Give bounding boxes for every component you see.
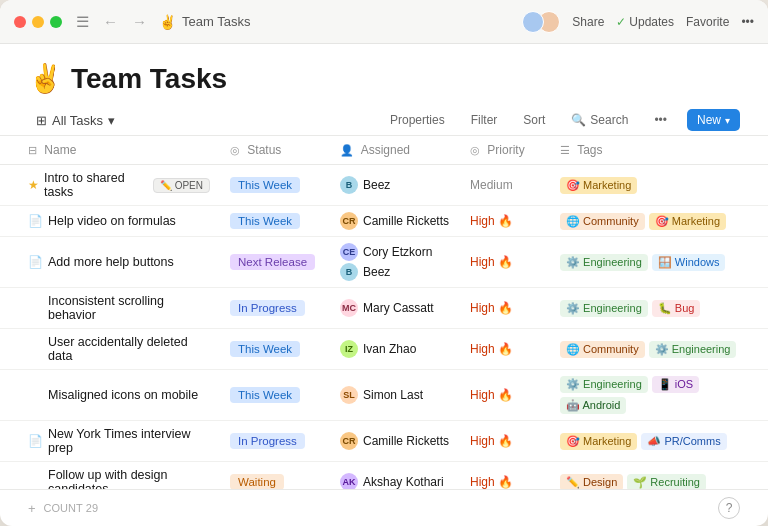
more-options-button[interactable]: ••• xyxy=(648,110,673,130)
view-label: All Tasks xyxy=(52,113,103,128)
menu-icon[interactable]: ☰ xyxy=(76,13,89,31)
tag-pill[interactable]: 🌐 Community xyxy=(560,213,645,230)
tag-pill[interactable]: 📣 PR/Comms xyxy=(641,433,726,450)
minimize-button[interactable] xyxy=(32,16,44,28)
page-title-text: Team Tasks xyxy=(71,63,227,95)
task-assigned: MC Mary Cassatt xyxy=(330,288,460,329)
task-table: ⊟ Name ◎ Status 👤 Assigned ◎ xyxy=(0,136,768,489)
table-row[interactable]: 📄 Add more help buttons Next Release CE … xyxy=(0,237,768,288)
new-button[interactable]: New ▾ xyxy=(687,109,740,131)
table-row[interactable]: 📄 Follow up with design candidates Waiti… xyxy=(0,462,768,490)
table-row[interactable]: ★ Intro to shared tasks ✏️ OPEN This Wee… xyxy=(0,165,768,206)
new-label: New xyxy=(697,113,721,127)
back-button[interactable]: ← xyxy=(99,11,122,32)
assigned-cell-2: B Beez xyxy=(340,263,450,281)
task-name-cell: 📄 Follow up with design candidates xyxy=(28,468,210,489)
task-status: This Week xyxy=(220,165,330,206)
task-priority: Medium xyxy=(460,165,550,206)
avatar: B xyxy=(340,176,358,194)
tags-cell: ⚙️ Engineering📱 iOS🤖 Android xyxy=(560,376,758,414)
filter-button[interactable]: Filter xyxy=(465,110,504,130)
tag-pill[interactable]: 🪟 Windows xyxy=(652,254,726,271)
task-status: In Progress xyxy=(220,288,330,329)
table-row[interactable]: 📄 Help video on formulas This Week CR Ca… xyxy=(0,206,768,237)
status-badge[interactable]: This Week xyxy=(230,387,300,403)
priority-col-icon: ◎ xyxy=(470,144,480,156)
favorite-button[interactable]: Favorite xyxy=(686,15,729,29)
status-badge[interactable]: Next Release xyxy=(230,254,315,270)
tag-pill[interactable]: 🐛 Bug xyxy=(652,300,701,317)
tag-pill[interactable]: 🎯 Marketing xyxy=(560,433,637,450)
table-row[interactable]: 📄 New York Times interview prep In Progr… xyxy=(0,421,768,462)
col-header-name: ⊟ Name xyxy=(0,136,220,165)
open-badge: ✏️ OPEN xyxy=(153,178,210,193)
col-header-assigned: 👤 Assigned xyxy=(330,136,460,165)
task-name-text: Intro to shared tasks xyxy=(44,171,146,199)
tag-pill[interactable]: ✏️ Design xyxy=(560,474,623,490)
count-value: 29 xyxy=(86,502,98,514)
sort-button[interactable]: Sort xyxy=(517,110,551,130)
status-badge[interactable]: This Week xyxy=(230,177,300,193)
tag-pill[interactable]: ⚙️ Engineering xyxy=(560,254,648,271)
status-badge[interactable]: In Progress xyxy=(230,433,305,449)
table-row[interactable]: 📄 User accidentally deleted data This We… xyxy=(0,329,768,370)
maximize-button[interactable] xyxy=(50,16,62,28)
updates-label: Updates xyxy=(629,15,674,29)
tag-pill[interactable]: ⚙️ Engineering xyxy=(560,300,648,317)
properties-button[interactable]: Properties xyxy=(384,110,451,130)
task-priority: High 🔥 xyxy=(460,462,550,490)
priority-badge: High 🔥 xyxy=(470,214,513,228)
task-name-text: Help video on formulas xyxy=(48,214,176,228)
page-content: ✌️ Team Tasks ⊞ All Tasks ▾ Properties F… xyxy=(0,44,768,526)
status-badge[interactable]: Waiting xyxy=(230,474,284,489)
table-row[interactable]: 📄 Inconsistent scrolling behavior In Pro… xyxy=(0,288,768,329)
titlebar: ☰ ← → ✌️ Team Tasks Share ✓ Updates Favo… xyxy=(0,0,768,44)
help-button[interactable]: ? xyxy=(718,497,740,519)
assigned-cell: MC Mary Cassatt xyxy=(340,299,450,317)
page-title: ✌️ Team Tasks xyxy=(28,62,740,95)
tag-pill[interactable]: ⚙️ Engineering xyxy=(649,341,737,358)
tag-pill[interactable]: 🌱 Recruiting xyxy=(627,474,706,490)
tag-pill[interactable]: 🌐 Community xyxy=(560,341,645,358)
status-badge[interactable]: In Progress xyxy=(230,300,305,316)
task-status: Next Release xyxy=(220,237,330,288)
tag-pill[interactable]: 📱 iOS xyxy=(652,376,699,393)
assigned-cell: CE Cory Etzkorn xyxy=(340,243,450,261)
check-icon: ✓ xyxy=(616,15,626,29)
task-name-cell: 📄 User accidentally deleted data xyxy=(28,335,210,363)
assigned-name: Camille Ricketts xyxy=(363,434,449,448)
close-button[interactable] xyxy=(14,16,26,28)
doc-icon: 📄 xyxy=(28,434,43,448)
status-badge[interactable]: This Week xyxy=(230,213,300,229)
tag-pill[interactable]: ⚙️ Engineering xyxy=(560,376,648,393)
view-selector[interactable]: ⊞ All Tasks ▾ xyxy=(28,110,123,131)
search-button[interactable]: 🔍 Search xyxy=(565,110,634,130)
forward-button[interactable]: → xyxy=(128,11,151,32)
more-button[interactable]: ••• xyxy=(741,15,754,29)
assigned-name: Mary Cassatt xyxy=(363,301,434,315)
assigned-cell: CR Camille Ricketts xyxy=(340,432,450,450)
footer-add-icon[interactable]: + xyxy=(28,501,36,516)
task-assigned: CR Camille Ricketts xyxy=(330,421,460,462)
tag-pill[interactable]: 🎯 Marketing xyxy=(649,213,726,230)
share-button[interactable]: Share xyxy=(572,15,604,29)
assigned-name: Beez xyxy=(363,178,390,192)
assigned-name: Cory Etzkorn xyxy=(363,245,432,259)
footer: + COUNT 29 ? xyxy=(0,489,768,526)
task-status: This Week xyxy=(220,206,330,237)
count-label: COUNT xyxy=(44,502,83,514)
priority-badge: High 🔥 xyxy=(470,475,513,489)
task-tags: ⚙️ Engineering🪟 Windows xyxy=(550,237,768,288)
table-row[interactable]: 📄 Misaligned icons on mobile This Week S… xyxy=(0,370,768,421)
task-table-wrap[interactable]: ⊟ Name ◎ Status 👤 Assigned ◎ xyxy=(0,136,768,489)
tags-col-icon: ☰ xyxy=(560,144,570,156)
col-header-status: ◎ Status xyxy=(220,136,330,165)
task-tags: ✏️ Design🌱 Recruiting xyxy=(550,462,768,490)
tag-pill[interactable]: 🎯 Marketing xyxy=(560,177,637,194)
task-name-text: Inconsistent scrolling behavior xyxy=(48,294,210,322)
title-emoji: ✌️ xyxy=(159,14,176,30)
status-badge[interactable]: This Week xyxy=(230,341,300,357)
tag-pill[interactable]: 🤖 Android xyxy=(560,397,626,414)
updates-button[interactable]: ✓ Updates xyxy=(616,15,674,29)
priority-badge: High 🔥 xyxy=(470,255,513,269)
